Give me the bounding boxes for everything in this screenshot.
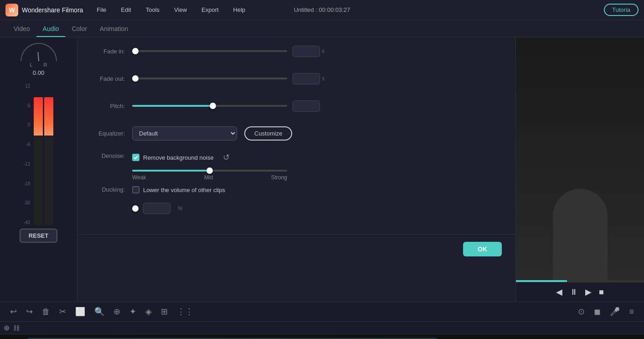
dial-labels: L R (30, 62, 47, 68)
main-panel: Fade in: 0.00 s Fade out: (77, 37, 515, 302)
meter-bar-r-mask (44, 136, 53, 225)
ducking-control: Lower the volume of other clips 50 % (132, 186, 502, 214)
menu-edit[interactable]: Edit (118, 5, 134, 15)
denoise-slider-section: Weak Mid Strong (132, 170, 287, 181)
video-preview (516, 37, 644, 280)
timeline-add-button[interactable]: ⊕ (4, 323, 10, 332)
fade-out-slider-track[interactable] (132, 78, 287, 79)
color-button[interactable]: ◈ (143, 305, 155, 318)
fade-in-unit: s (322, 48, 325, 54)
fade-out-value[interactable]: 0.00 (293, 73, 320, 84)
video-play-button[interactable]: ▶ (585, 287, 592, 297)
denoise-slider-track[interactable] (132, 170, 287, 172)
meter-bar-l (34, 97, 43, 225)
cut-button[interactable]: ✂ (57, 305, 69, 318)
redo-button[interactable]: ↪ (23, 305, 36, 318)
tutorial-button[interactable]: Tutoria (604, 4, 639, 16)
pitch-label: Pitch: (91, 103, 132, 110)
tab-audio[interactable]: Audio (36, 21, 66, 37)
tab-video[interactable]: Video (7, 21, 36, 37)
grid-button[interactable]: ⊞ (158, 305, 170, 318)
denoise-control: Remove background noise ↺ Weak Mid Stron… (132, 152, 502, 181)
crop-button[interactable]: ⬜ (72, 305, 88, 318)
effects-button[interactable]: ✦ (127, 305, 139, 318)
delete-button[interactable]: 🗑 (39, 305, 53, 318)
video-stop-button[interactable]: ■ (599, 287, 604, 297)
reset-button[interactable]: RESET (20, 229, 57, 243)
fade-in-value[interactable]: 0.00 (293, 46, 320, 57)
fade-out-control: 0.00 s (132, 73, 502, 84)
fade-out-slider-thumb[interactable] (132, 75, 139, 82)
equalizer-control: Default Customize (132, 126, 502, 141)
rotate-button[interactable]: ⊕ (111, 305, 123, 318)
app-logo-icon: W (5, 4, 18, 16)
video-progress-bar[interactable] (516, 280, 644, 282)
pitch-control: 0 (132, 100, 502, 112)
ducking-unit: % (178, 205, 183, 212)
meter-0: 0 (28, 122, 31, 127)
denoise-reset-icon[interactable]: ↺ (223, 152, 230, 162)
ducking-slider-row: 50 % (132, 203, 183, 214)
pitch-value[interactable]: 0 (293, 100, 320, 112)
project-title: Untitled : 00:00:03:27 (294, 6, 350, 13)
ok-button[interactable]: OK (463, 242, 502, 256)
menu-tools[interactable]: Tools (143, 5, 162, 15)
denoise-weak-label: Weak (132, 174, 146, 181)
denoise-labels: Weak Mid Strong (132, 174, 287, 181)
dial-container: L R 0.00 (21, 43, 57, 76)
fade-in-slider-thumb[interactable] (132, 48, 139, 54)
equalizer-select[interactable]: Default (132, 126, 237, 141)
tab-color[interactable]: Color (65, 21, 93, 37)
tab-animation[interactable]: Animation (93, 21, 134, 37)
equalizer-label: Equalizer: (91, 130, 132, 137)
zoom-button[interactable]: 🔍 (92, 305, 107, 318)
lower-volume-checkbox[interactable] (132, 186, 139, 193)
mic-button[interactable]: 🎤 (607, 305, 623, 318)
menu-file[interactable]: File (94, 5, 109, 15)
menu-export[interactable]: Export (199, 5, 222, 15)
pitch-slider-track[interactable] (132, 105, 287, 107)
left-panel: L R 0.00 12 6 0 -6 -12 -18 -30 -42 (0, 37, 77, 302)
ducking-slider-thumb[interactable] (132, 205, 139, 212)
timeline-link-button[interactable]: ⛓ (13, 324, 20, 332)
fade-in-slider-track[interactable] (132, 50, 287, 52)
panel-content: Fade in: 0.00 s Fade out: (77, 37, 515, 234)
remove-bg-noise-label: Remove background noise (143, 154, 214, 161)
main-layout: L R 0.00 12 6 0 -6 -12 -18 -30 -42 (0, 37, 644, 302)
lower-volume-row: Lower the volume of other clips (132, 186, 225, 193)
dial-value: 0.00 (33, 69, 44, 76)
audio-button[interactable]: ⋮⋮ (174, 305, 196, 318)
remove-bg-noise-checkbox[interactable] (132, 154, 139, 161)
list-button[interactable]: ≡ (626, 305, 637, 318)
pitch-slider-thumb[interactable] (210, 103, 216, 109)
fullscreen-button[interactable]: ◼ (591, 305, 603, 318)
ducking-label: Ducking: (91, 186, 132, 193)
denoise-strong-label: Strong (271, 174, 287, 181)
denoise-row: Denoise: Remove background noise ↺ (91, 152, 502, 181)
meter-12: 12 (25, 83, 30, 89)
meter-bar-l-mask (34, 136, 43, 225)
video-rewind-button[interactable]: ◀ (556, 287, 562, 297)
meter-6: 6 (28, 103, 31, 108)
undo-button[interactable]: ↩ (7, 305, 20, 318)
toolbar-right: ⊙ ◼ 🎤 ≡ (575, 305, 637, 318)
denoise-slider-thumb[interactable] (206, 167, 213, 174)
remove-bg-noise-row: Remove background noise ↺ (132, 152, 230, 162)
customize-button[interactable]: Customize (244, 126, 292, 141)
volume-meter: 12 6 0 -6 -12 -18 -30 -42 (24, 83, 53, 225)
meter-bar-r (44, 97, 53, 225)
pitch-row: Pitch: 0 (91, 98, 502, 114)
menu-view[interactable]: View (171, 5, 190, 15)
fade-out-unit: s (322, 75, 325, 82)
equalizer-row: Equalizer: Default Customize (91, 125, 502, 141)
toolbar: ↩ ↪ 🗑 ✂ ⬜ 🔍 ⊕ ✦ ◈ ⊞ ⋮⋮ ⊙ ◼ 🎤 ≡ (0, 302, 644, 322)
timeline-track: background noise sample (0, 334, 644, 339)
menu-help[interactable]: Help (231, 5, 248, 15)
settings-button[interactable]: ⊙ (575, 305, 587, 318)
ducking-value[interactable]: 50 (143, 203, 170, 214)
volume-dial[interactable] (21, 43, 57, 61)
meter-neg6: -6 (26, 142, 30, 147)
denoise-mid-label: Mid (204, 174, 213, 181)
meter-bars (34, 83, 53, 225)
video-pause-button[interactable]: ⏸ (570, 287, 578, 297)
